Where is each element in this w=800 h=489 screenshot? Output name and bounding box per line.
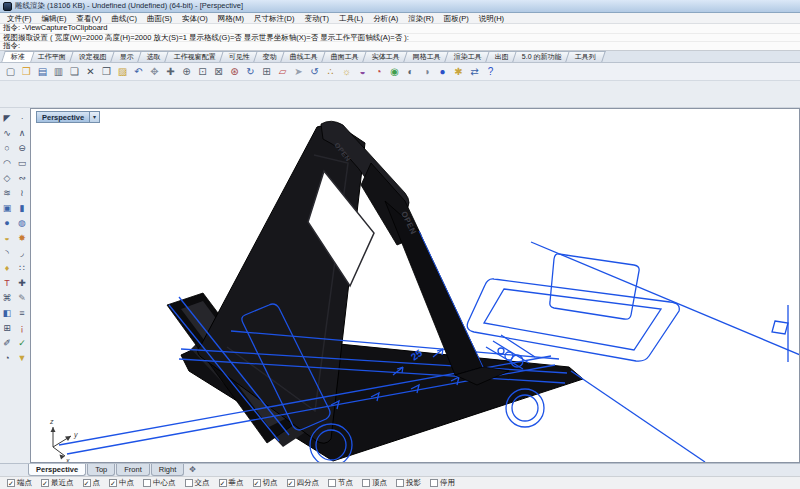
help-icon[interactable]: ? xyxy=(483,64,498,79)
osnap-checkbox[interactable] xyxy=(328,479,336,487)
boolean-union-icon[interactable]: ◒ xyxy=(0,231,14,245)
polyline-icon[interactable]: ∧ xyxy=(15,126,29,140)
funnel-icon[interactable]: ▼ xyxy=(15,351,29,365)
arc-icon[interactable]: ◠ xyxy=(0,156,14,170)
toolbar-tab-6[interactable]: 工作视窗配置 xyxy=(164,51,226,62)
menu-item-2[interactable]: 编辑(E) xyxy=(37,13,72,24)
new-document-icon[interactable]: ▢ xyxy=(3,64,18,79)
polygon-icon[interactable]: ◇ xyxy=(0,171,14,185)
explode-icon[interactable]: ✸ xyxy=(15,231,29,245)
material-icon[interactable]: ◒ xyxy=(355,64,370,79)
menu-item-1[interactable]: 文件(F) xyxy=(2,13,37,24)
render-icon[interactable]: ◔ xyxy=(371,64,386,79)
viewport-tab-right[interactable]: Right xyxy=(151,464,185,476)
undo-icon[interactable]: ↶ xyxy=(131,64,146,79)
edit-points-icon[interactable]: ✐ xyxy=(0,336,14,350)
menu-item-4[interactable]: 曲线(C) xyxy=(107,13,142,24)
open-file-icon[interactable]: ❒ xyxy=(19,64,34,79)
extrude-icon[interactable]: ◧ xyxy=(0,306,14,320)
menu-item-5[interactable]: 曲面(S) xyxy=(142,13,177,24)
osnap-toggle-6[interactable]: 交点 xyxy=(185,478,210,488)
move-tool-icon[interactable]: ✚ xyxy=(15,276,29,290)
sweep-icon[interactable]: ≀ xyxy=(15,186,29,200)
toolbar-tab-16[interactable]: 工具列 xyxy=(565,51,606,62)
osnap-toggle-2[interactable]: ✓最近点 xyxy=(41,478,74,488)
menu-item-8[interactable]: 尺寸标注(D) xyxy=(249,13,299,24)
orbit-icon[interactable]: ↺ xyxy=(307,64,322,79)
chamfer-icon[interactable]: ◞ xyxy=(15,246,29,260)
perspective-viewport[interactable]: Perspective ▾ xyxy=(30,108,800,463)
osnap-toggle-13[interactable]: 停用 xyxy=(430,478,455,488)
osnap-checkbox[interactable]: ✓ xyxy=(253,479,261,487)
box-icon[interactable]: ▣ xyxy=(0,201,14,215)
command-area[interactable]: 指令: -ViewCaptureToClipboard 视图撷取设置 ( 宽度(… xyxy=(0,24,800,51)
control-curve-icon[interactable]: ∿ xyxy=(0,126,14,140)
osnap-checkbox[interactable] xyxy=(362,479,370,487)
osnap-toggle-12[interactable]: 投影 xyxy=(396,478,421,488)
osnap-checkbox[interactable]: ✓ xyxy=(287,479,295,487)
viewport-tab-perspective[interactable]: Perspective xyxy=(28,464,86,476)
select-arrow-icon[interactable]: ◤ xyxy=(0,111,14,125)
loft-icon[interactable]: ≋ xyxy=(0,186,14,200)
osnap-checkbox[interactable]: ✓ xyxy=(7,479,15,487)
rectangle-icon[interactable]: ▭ xyxy=(15,156,29,170)
menu-item-9[interactable]: 变动(T) xyxy=(300,13,335,24)
link-icon[interactable]: ⇄ xyxy=(467,64,482,79)
drop-icon[interactable]: ♦ xyxy=(0,261,14,275)
pan-icon[interactable]: ✥ xyxy=(147,64,162,79)
zoom-selected-icon[interactable]: ⊛ xyxy=(227,64,242,79)
osnap-toggle-4[interactable]: ✓中点 xyxy=(109,478,134,488)
grid-icon[interactable]: ⊞ xyxy=(259,64,274,79)
rendered-view-icon[interactable]: ● xyxy=(435,64,450,79)
delete-icon[interactable]: ✕ xyxy=(83,64,98,79)
save-icon[interactable]: ▤ xyxy=(35,64,50,79)
circle-icon[interactable]: ○ xyxy=(0,141,14,155)
menu-item-6[interactable]: 实体(O) xyxy=(177,13,213,24)
print-icon[interactable]: ▥ xyxy=(51,64,66,79)
viewport-canvas[interactable]: 25 48 OPEN OPEN z y x xyxy=(31,109,799,462)
shaded-view-icon[interactable]: ◐ xyxy=(403,64,418,79)
lamp-icon[interactable]: ¡ xyxy=(15,321,29,335)
mesh-icon[interactable]: ⊞ xyxy=(0,321,14,335)
cylinder-icon[interactable]: ▮ xyxy=(15,201,29,215)
group-icon[interactable]: ⌘ xyxy=(0,291,14,305)
freeform-icon[interactable]: ∾ xyxy=(15,171,29,185)
menu-item-14[interactable]: 说明(H) xyxy=(474,13,509,24)
new-viewport-button[interactable]: ✥ xyxy=(185,464,200,476)
options-icon[interactable]: ✱ xyxy=(451,64,466,79)
rotate-tool-icon[interactable]: ◔ xyxy=(0,351,14,365)
menu-item-3[interactable]: 查看(V) xyxy=(72,13,107,24)
viewport-title-label[interactable]: Perspective xyxy=(36,111,90,123)
toolbar-tab-1[interactable]: 标准 xyxy=(1,51,35,62)
menu-item-12[interactable]: 渲染(R) xyxy=(403,13,438,24)
fillet-icon[interactable]: ◝ xyxy=(0,246,14,260)
toolbar-tab-15[interactable]: 5.0 的新功能 xyxy=(512,51,571,62)
text-icon[interactable]: T xyxy=(0,276,14,290)
osnap-checkbox[interactable]: ✓ xyxy=(109,479,117,487)
osnap-toggle-1[interactable]: ✓端点 xyxy=(7,478,32,488)
menu-item-7[interactable]: 网格(M) xyxy=(213,13,249,24)
rotate-view-icon[interactable]: ↻ xyxy=(243,64,258,79)
viewport-tab-front[interactable]: Front xyxy=(116,464,150,476)
osnap-toggle-5[interactable]: 中心点 xyxy=(143,478,176,488)
osnap-toggle-9[interactable]: ✓四分点 xyxy=(287,478,320,488)
osnap-checkbox[interactable]: ✓ xyxy=(41,479,49,487)
osnap-toggle-10[interactable]: 节点 xyxy=(328,478,353,488)
light-icon[interactable]: ☼ xyxy=(339,64,354,79)
select-icon[interactable]: ➤ xyxy=(291,64,306,79)
zoom-in-icon[interactable]: ⊕ xyxy=(179,64,194,79)
check-icon[interactable]: ✓ xyxy=(15,336,29,350)
copy-icon[interactable]: ❐ xyxy=(99,64,114,79)
osnap-checkbox[interactable] xyxy=(143,479,151,487)
osnap-toggle-3[interactable]: ✓点 xyxy=(83,478,101,488)
menu-item-10[interactable]: 工具(L) xyxy=(334,13,368,24)
osnap-checkbox[interactable] xyxy=(396,479,404,487)
zoom-window-icon[interactable]: ⊡ xyxy=(195,64,210,79)
zoom-extents-icon[interactable]: ⊠ xyxy=(211,64,226,79)
osnap-toggle-11[interactable]: 顶点 xyxy=(362,478,387,488)
viewport-title-dropdown chevron-down-icon[interactable]: ▾ xyxy=(90,111,100,123)
sphere-icon[interactable]: ● xyxy=(0,216,14,230)
workplane-icon[interactable]: ▱ xyxy=(275,64,290,79)
move-icon[interactable]: ✚ xyxy=(163,64,178,79)
viewport-tab-top[interactable]: Top xyxy=(87,464,115,476)
